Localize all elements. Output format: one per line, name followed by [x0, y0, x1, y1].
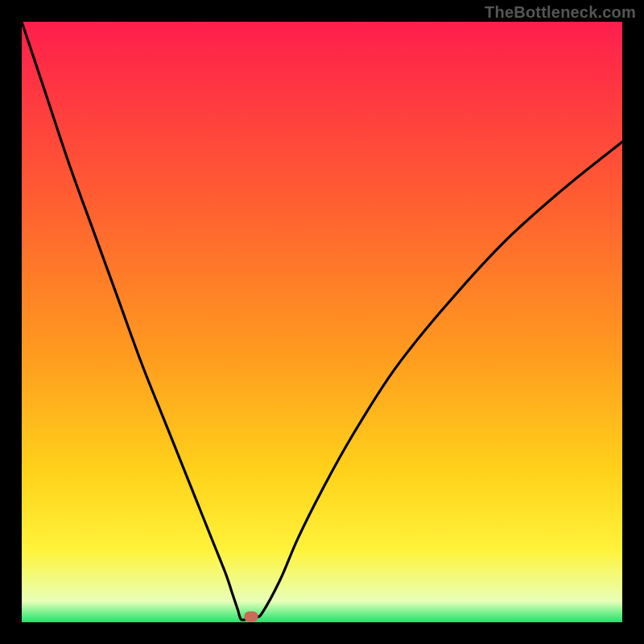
plot-area [22, 22, 622, 622]
optimal-point-marker [244, 612, 258, 622]
chart-frame: TheBottleneck.com [0, 0, 644, 644]
bottleneck-curve [22, 22, 622, 622]
watermark-text: TheBottleneck.com [485, 3, 636, 22]
